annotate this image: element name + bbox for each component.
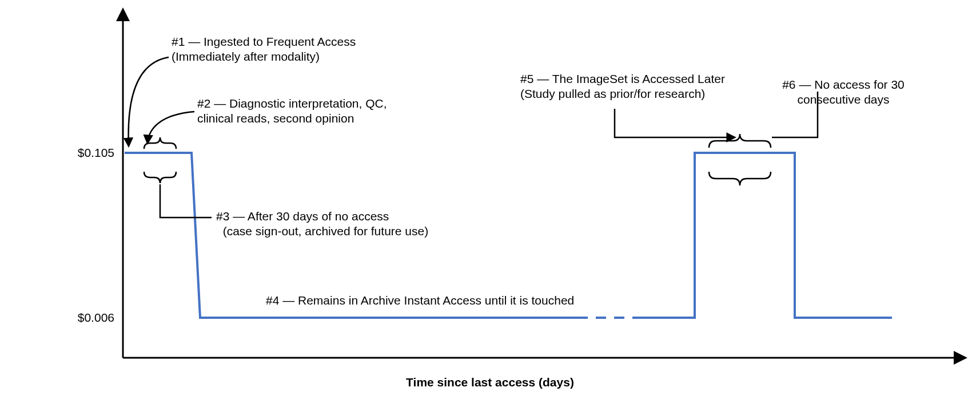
cost-vs-time-diagram: Cost (per GB/Month) $0.105 $0.006 Time s… xyxy=(0,0,980,403)
arrow-anno-1 xyxy=(129,57,169,146)
anno-1: #1 — Ingested to Frequent Access (Immedi… xyxy=(172,34,356,65)
anno-2-title: #2 — Diagnostic interpretation, QC, xyxy=(197,97,387,110)
anno-1-sub: (Immediately after modality) xyxy=(172,50,320,63)
anno-2-sub: clinical reads, second opinion xyxy=(197,112,354,125)
anno-2: #2 — Diagnostic interpretation, QC, clin… xyxy=(197,96,387,127)
y-tick-low: $0.006 xyxy=(69,310,114,325)
brace-anno-5 xyxy=(709,134,771,148)
arrow-anno-2 xyxy=(148,112,194,143)
brace-anno-3 xyxy=(144,172,176,183)
anno-4: #4 — Remains in Archive Instant Access u… xyxy=(266,293,574,308)
brace-anno-6 xyxy=(709,172,771,185)
segment-reaccess-high-drop xyxy=(635,153,892,318)
chart-svg xyxy=(0,0,980,403)
anno-3: #3 — After 30 days of no access (case si… xyxy=(216,209,428,239)
anno-3-title: #3 — After 30 days of no access xyxy=(216,210,389,223)
anno-6-sub: consecutive days xyxy=(797,93,889,106)
anno-3-sub: (case sign-out, archived for future use) xyxy=(223,224,429,238)
anno-1-title: #1 — Ingested to Frequent Access xyxy=(172,35,356,48)
y-tick-high: $0.105 xyxy=(69,145,114,160)
anno-5-title: #5 — The ImageSet is Accessed Later xyxy=(520,72,725,85)
anno-6-title: #6 — No access for 30 xyxy=(782,78,905,91)
connector-anno-3 xyxy=(160,184,212,218)
brace-anno-2 xyxy=(144,137,176,149)
anno-6: #6 — No access for 30 consecutive days xyxy=(769,77,918,108)
connector-anno-5 xyxy=(615,109,735,137)
x-axis-label: Time since last access (days) xyxy=(0,375,980,390)
anno-5: #5 — The ImageSet is Accessed Later (Stu… xyxy=(520,72,725,102)
anno-4-title: #4 — Remains in Archive Instant Access u… xyxy=(266,294,574,307)
anno-5-sub: (Study pulled as prior/for research) xyxy=(520,87,705,100)
